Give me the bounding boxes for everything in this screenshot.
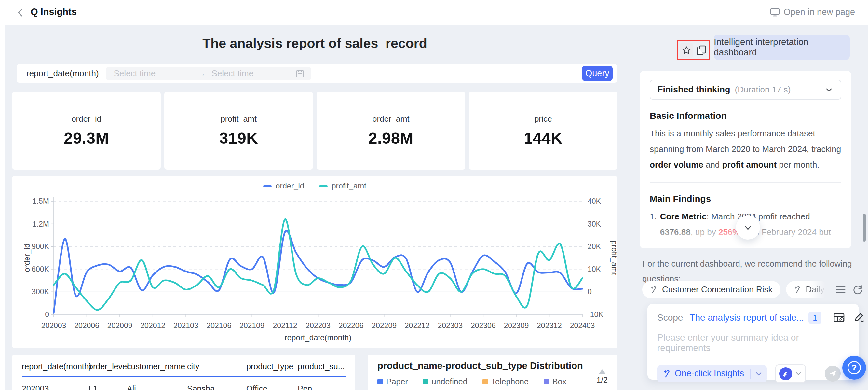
scope-label: Scope [657,312,683,323]
table-cell: Office [246,384,298,390]
text-segment: per month. [777,160,819,170]
date-range-picker[interactable]: Select time → Select time [106,67,311,80]
svg-text:202009: 202009 [107,321,132,330]
ai-agent-icon [779,367,792,380]
help-button[interactable]: ? [842,356,866,380]
thinking-duration: (Duration 17 s) [735,85,791,95]
data-table: report_date(month)order_levelcustomer_na… [22,362,355,390]
table-cell: 202003 [22,384,89,390]
monitor-icon [770,8,780,17]
table-header-cell: order_level [89,362,127,371]
text-segment: , up by [691,227,718,237]
start-time-input[interactable]: Select time [114,68,194,79]
expand-chevron-button[interactable] [736,215,760,240]
legend-item[interactable]: undefined [423,377,467,386]
favorite-annotation-box [677,40,710,60]
scope-report-link[interactable]: The analysis report of sale... [689,312,804,323]
svg-text:202403: 202403 [570,321,595,330]
legend-item[interactable]: Paper [377,377,408,386]
text-segment: Core Metric [660,212,707,221]
trend-line-chart[interactable]: 0-10K300K0600K10K900K20K1.2M30K1.5M40K20… [12,176,618,348]
copy-button[interactable] [695,43,707,58]
query-button[interactable]: Query [582,66,613,81]
question-mark-icon: ? [847,361,861,374]
refresh-questions-button[interactable] [852,284,863,295]
svg-text:202112: 202112 [273,321,297,330]
edit-summary-button[interactable] [853,312,864,323]
report-table-button[interactable] [833,312,845,323]
legend-label: Paper [386,377,408,386]
legend-item[interactable]: profit_amt [319,181,366,190]
svg-text:order_id: order_id [23,243,31,272]
svg-text:10K: 10K [588,265,601,273]
scrollbar-thumb[interactable] [863,214,866,242]
svg-text:-10K: -10K [588,310,603,319]
text-segment: 20.4% [683,243,707,248]
chevron-down-icon[interactable] [825,85,834,94]
agent-selector[interactable] [775,364,806,383]
app-title: Q Insights [31,6,77,17]
legend-swatch [319,185,328,187]
finished-thinking-row[interactable]: Finished thinking (Duration 17 s) [650,80,841,100]
agent-dropdown-chevron [795,370,802,377]
main-findings-heading: Main Findings [650,194,841,204]
filter-bar: report_date(month) Select time → Select … [17,64,617,83]
text-segment: 6376.88 [660,227,691,237]
summary-input[interactable]: Please enter your summary idea or requir… [657,332,850,353]
data-table-card: report_date(month)order_levelcustomer_na… [12,355,355,390]
magic-wand-icon [663,369,672,378]
svg-text:202206: 202206 [339,321,364,330]
pager-up-icon[interactable] [599,369,606,374]
finding-number: 1. [650,209,657,248]
calendar-icon[interactable] [296,69,305,78]
back-button[interactable] [15,7,26,18]
send-button[interactable] [825,366,841,382]
refresh-icon [852,284,863,295]
recommended-question-chip[interactable]: Daily [786,281,829,298]
chevron-down-icon [742,222,753,233]
table-cell: Ali [127,384,187,390]
svg-text:0: 0 [588,288,592,296]
svg-text:202312: 202312 [537,321,562,330]
svg-text:30K: 30K [588,220,601,228]
svg-text:202006: 202006 [74,321,99,330]
kpi-card: order_amt2.98M [316,92,465,170]
kpi-row: order_id29.3Mprofit_amt319Korder_amt2.98… [12,92,618,170]
one-click-insights-button[interactable]: One-click Insights [657,365,767,382]
legend-label: undefined [432,377,467,386]
legend-item[interactable]: Box [544,377,566,386]
table-header-row: report_date(month)order_levelcustomer_na… [22,362,355,376]
one-click-dropdown-chevron[interactable] [750,369,767,378]
table-cell: Pen [298,384,340,390]
legend-item[interactable]: Telephone [483,377,529,386]
table-row: 202003L1AliSanshaOfficePen [22,377,355,390]
svg-text:900K: 900K [32,242,49,251]
legend-swatch [544,379,549,385]
legend-item[interactable]: order_id [263,181,304,190]
favorite-button[interactable] [680,43,693,58]
kpi-card: order_id29.3M [12,92,161,170]
svg-text:202109: 202109 [240,321,265,330]
end-time-input[interactable]: Select time [212,68,292,79]
trend-chart-legend: order_idprofit_amt [12,181,618,190]
recommended-question-chip[interactable]: Customer Concentration Risk [642,281,780,298]
svg-text:profit_amt: profit_amt [610,241,618,275]
intelligent-interpretation-button[interactable]: Intelligent interpretation dashboard [714,34,850,60]
kpi-value: 2.98M [368,129,413,147]
kpi-label: order_amt [373,114,410,124]
table-header-cell: customer_name [127,362,187,371]
question-list-button[interactable] [835,285,846,295]
open-in-new-page-button[interactable]: Open in new page [770,7,855,17]
svg-text:report_date(month): report_date(month) [285,333,351,342]
copy-icon [696,45,707,56]
one-click-insights-label: One-click Insights [672,368,750,379]
report-table-icon [833,312,845,323]
legend-label: Telephone [491,377,529,386]
text-segment: This is a monthly sales performance data… [650,128,841,154]
edit-pen-icon [853,312,864,323]
table-header-cell: city [187,362,246,371]
legend-label: order_id [276,181,304,190]
compose-toolbar: One-click Insights [657,364,850,383]
thinking-status: Finished thinking [657,85,731,95]
kpi-value: 29.3M [64,129,109,147]
